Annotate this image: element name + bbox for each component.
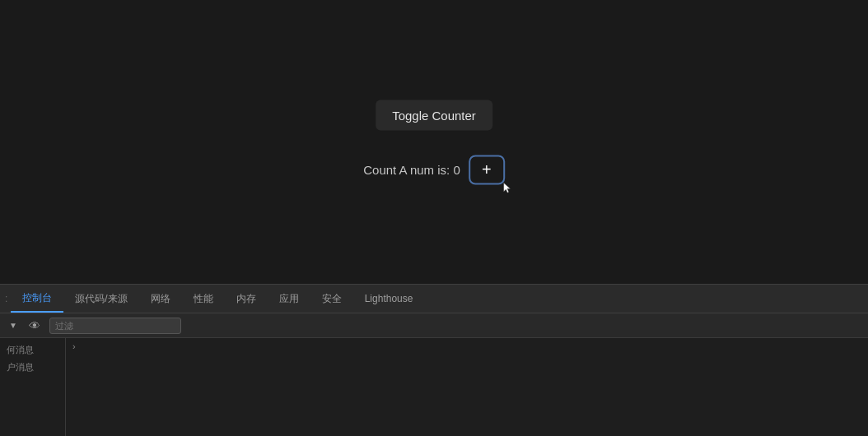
- tab-console[interactable]: 控制台: [11, 285, 63, 313]
- toggle-counter-button[interactable]: Toggle Counter: [376, 100, 492, 130]
- count-row: Count A num is: 0 +: [363, 155, 505, 184]
- tab-elements[interactable]: :: [0, 285, 11, 313]
- sidebar-item-user-messages[interactable]: 户消息: [0, 359, 65, 376]
- cursor-icon: [502, 181, 511, 194]
- tab-lighthouse[interactable]: Lighthouse: [353, 285, 425, 313]
- main-content: Toggle Counter Count A num is: 0 +: [0, 0, 868, 284]
- tab-network[interactable]: 网络: [139, 285, 182, 313]
- count-label: Count A num is: 0: [363, 163, 460, 177]
- console-toolbar: ▼ 👁: [0, 313, 868, 338]
- devtools-tabs-bar: : 控制台 源代码/来源 网络 性能 内存 应用 安全 Lighthouse: [0, 285, 868, 313]
- devtools-panel: : 控制台 源代码/来源 网络 性能 内存 应用 安全 Lighthouse ▼…: [0, 284, 868, 436]
- console-sidebar: 何消息 户消息: [0, 338, 66, 436]
- sidebar-item-all-messages[interactable]: 何消息: [0, 341, 65, 359]
- console-expand-arrow[interactable]: ›: [72, 341, 76, 351]
- console-content: 何消息 户消息 ›: [0, 338, 868, 436]
- eye-icon[interactable]: 👁: [26, 318, 43, 334]
- tab-sources[interactable]: 源代码/来源: [63, 285, 138, 313]
- console-main: ›: [66, 338, 868, 436]
- level-dropdown[interactable]: ▼: [7, 319, 20, 332]
- tab-security[interactable]: 安全: [310, 285, 353, 313]
- content-center: Toggle Counter Count A num is: 0 +: [363, 100, 505, 184]
- plus-icon: +: [482, 160, 492, 179]
- tab-memory[interactable]: 内存: [225, 285, 268, 313]
- filter-input[interactable]: [49, 318, 181, 334]
- tab-performance[interactable]: 性能: [182, 285, 225, 313]
- tab-application[interactable]: 应用: [268, 285, 310, 313]
- increment-button[interactable]: +: [469, 155, 505, 184]
